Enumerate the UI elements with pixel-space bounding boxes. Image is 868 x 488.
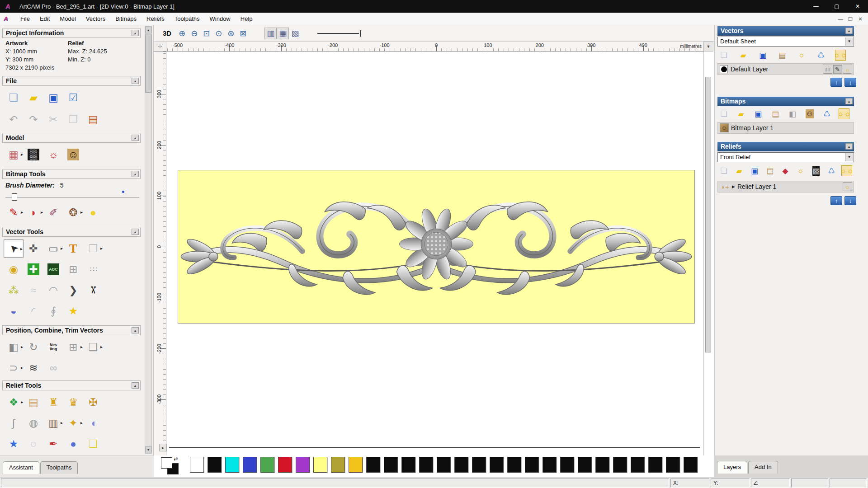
cut-icon[interactable]: ✂ <box>43 110 63 128</box>
section-profile-icon[interactable]: ∮ <box>43 302 63 320</box>
menu-item[interactable]: File <box>15 13 35 24</box>
greyscale-icon[interactable]: ◧ <box>787 108 798 119</box>
envelope-distort-icon[interactable]: ⊞ <box>63 260 83 278</box>
colour-palette-icon[interactable]: ❂ <box>63 203 83 221</box>
open-file-icon[interactable]: ▰ <box>24 89 43 107</box>
colour-swatch[interactable] <box>419 457 433 473</box>
transform-vectors-icon[interactable]: ✜ <box>24 239 43 258</box>
lock-icon[interactable]: ⊓ <box>823 65 832 74</box>
notes-icon[interactable]: ▤ <box>83 110 103 128</box>
redo-icon[interactable]: ↷ <box>24 110 43 128</box>
menu-item[interactable]: Toolpaths <box>170 13 205 24</box>
zoom-window-icon[interactable]: ⊡ <box>200 28 212 39</box>
colour-swatch[interactable] <box>401 457 415 473</box>
move-layer-up-button[interactable]: ↑ <box>830 78 842 87</box>
delete-sheet-icon[interactable]: ♺ <box>816 50 826 61</box>
move-layer-up-button[interactable]: ↑ <box>830 196 842 205</box>
colour-swatch[interactable] <box>507 457 521 473</box>
select-vectors-icon[interactable]: ➤ <box>4 239 24 258</box>
colour-swatch[interactable] <box>578 457 592 473</box>
paint-relief-icon[interactable]: ✒ <box>43 435 63 453</box>
pick-colour-icon[interactable]: ✐ <box>43 203 63 221</box>
collapse-button[interactable]: ▲ <box>132 382 139 389</box>
relief-light-icon[interactable]: ☼ <box>795 165 806 176</box>
brush-diameter-slider[interactable] <box>5 193 141 201</box>
undo-icon[interactable]: ↶ <box>4 110 24 128</box>
menu-item[interactable]: Vectors <box>81 13 110 24</box>
new-bitmap-icon[interactable]: ❏ <box>718 108 729 119</box>
merge-relief-icon[interactable]: ▤ <box>764 165 775 176</box>
relief-select[interactable]: Front Relief ▼ <box>717 152 854 162</box>
primary-colour[interactable] <box>161 457 172 469</box>
texture-relief-icon[interactable]: ◍ <box>24 414 43 432</box>
star-wizard-icon[interactable]: ★ <box>63 302 83 320</box>
texture-sphere-icon[interactable]: ● <box>63 435 83 453</box>
slider-handle[interactable] <box>360 30 361 37</box>
colour-swatch[interactable] <box>331 457 345 473</box>
colour-swatch[interactable] <box>631 457 645 473</box>
close-button[interactable]: ✕ <box>847 0 868 13</box>
panel-tab[interactable]: Add In <box>748 461 778 474</box>
zoom-fit-icon[interactable]: ⊠ <box>237 28 249 39</box>
collapse-button[interactable]: ▲ <box>845 143 853 150</box>
trim-vectors-icon[interactable]: ✂ <box>83 281 103 299</box>
new-model-icon[interactable]: ❏ <box>4 89 24 107</box>
panel-tab[interactable]: Layers <box>717 461 747 474</box>
canvas-hscroll-icon[interactable]: ▸ <box>159 444 167 451</box>
sheet-select[interactable]: Default Sheet ▼ <box>717 37 854 47</box>
chevron-down-icon[interactable]: ▼ <box>845 153 853 161</box>
text-options-icon[interactable]: ABC <box>43 260 63 278</box>
offset-relief-icon[interactable]: ❏ <box>83 435 103 453</box>
colour-swatch[interactable] <box>313 457 327 473</box>
toggle-all-lights-icon[interactable]: ☼☼ <box>835 50 846 61</box>
canvas-2d-view[interactable]: 3D ⊕⊖⊡⊙⊛⊠ ▥▦▧ ⊹ millimetres -500-400-300… <box>154 25 714 455</box>
swap-colours-icon[interactable]: ⇄ <box>174 456 178 462</box>
vector-doctor-icon[interactable]: ◒ <box>4 302 24 320</box>
primary-secondary-colour-selector[interactable]: ⇄ <box>161 457 186 476</box>
vector-texture-icon[interactable]: ≋ <box>24 359 43 377</box>
menu-item[interactable]: Help <box>236 13 258 24</box>
fit-arcs-icon[interactable]: ◜ <box>24 302 43 320</box>
ruler-origin-icon[interactable]: ⊹ <box>154 42 166 52</box>
layer-light-icon[interactable]: ☼ <box>843 65 852 74</box>
colour-swatch[interactable] <box>560 457 574 473</box>
colour-swatch[interactable] <box>437 457 451 473</box>
colour-swatch[interactable] <box>666 457 680 473</box>
ornament-relief-icon[interactable]: ✠ <box>83 393 103 411</box>
snap-cross-icon[interactable]: ✚ <box>24 260 43 278</box>
colour-swatch[interactable] <box>349 457 363 473</box>
colour-swatch[interactable] <box>595 457 609 473</box>
save-relief-icon[interactable]: ▣ <box>749 165 760 176</box>
colour-swatch[interactable] <box>384 457 398 473</box>
vector-layer-row[interactable]: Default Layer ⊓✎☼ <box>717 63 854 75</box>
toggle-all-lights-icon[interactable]: ☼☼ <box>841 165 852 176</box>
arc-editing-icon[interactable]: ◠ <box>43 281 63 299</box>
new-sheet-icon[interactable]: ❏ <box>718 50 729 61</box>
zoom-out-icon[interactable]: ⊖ <box>188 28 200 39</box>
stack-relief-icon[interactable]: ◆ <box>780 165 791 176</box>
colour-swatch[interactable] <box>542 457 557 473</box>
colour-swatch[interactable] <box>296 457 310 473</box>
colour-swatch[interactable] <box>525 457 539 473</box>
move-layer-down-button[interactable]: ↓ <box>844 196 856 205</box>
collapse-button[interactable]: ▲ <box>132 135 139 141</box>
load-image-icon[interactable]: ☺ <box>63 145 83 164</box>
paint-selective-icon[interactable]: ◗ <box>24 203 43 221</box>
measure-icon[interactable]: ❒ <box>83 239 103 258</box>
collapse-button[interactable]: ▲ <box>845 28 853 34</box>
collapse-button[interactable]: ▲ <box>132 327 139 333</box>
measure-tape-icon[interactable]: ◉ <box>4 260 24 278</box>
save-vectors-icon[interactable]: ▣ <box>757 50 768 61</box>
colour-swatch[interactable] <box>243 457 257 473</box>
block-copy-icon[interactable]: ⊞ <box>63 338 83 356</box>
add-relief-icon[interactable]: ✦ <box>63 414 83 432</box>
colour-swatch[interactable] <box>472 457 486 473</box>
interlocking-icon[interactable]: ∞ <box>43 359 63 377</box>
delete-bitmap-icon[interactable]: ♺ <box>821 108 832 119</box>
zoom-previous-icon[interactable]: ⊙ <box>212 28 225 39</box>
open-vectors-icon[interactable]: ▰ <box>738 50 749 61</box>
collapse-button[interactable]: ▲ <box>845 98 853 104</box>
chevron-down-icon[interactable]: ▼ <box>845 38 853 46</box>
text-on-curve-icon[interactable]: ↻ <box>24 338 43 356</box>
colour-swatch[interactable] <box>684 457 698 473</box>
